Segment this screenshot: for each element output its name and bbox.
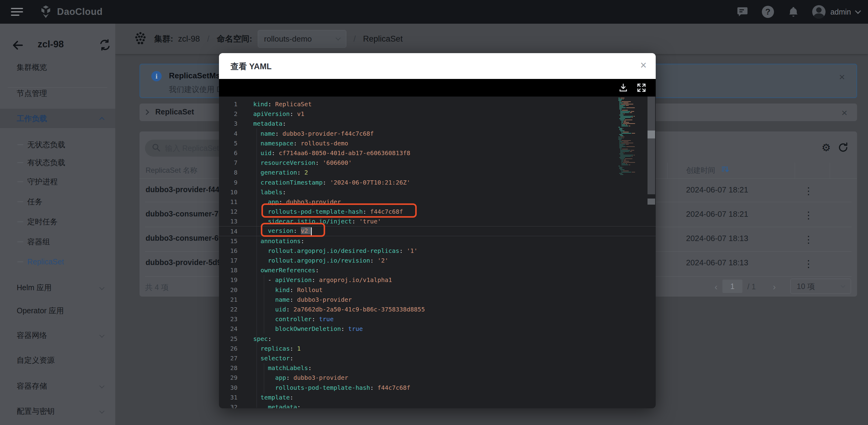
next-page-icon[interactable]: › [773,282,776,291]
yaml-line-28: 28 matchLabels: [219,363,656,373]
yaml-line-26: 26 replicas: 1 [219,344,656,353]
sidebar: zcl-98 集群概览节点管理工作负载无状态负载有状态负载守护进程任务定时任务容… [0,24,115,425]
breadcrumb-page: ReplicaSet [363,34,403,44]
column-header-time[interactable]: 创建时间 [686,165,715,175]
editor-toolbar [219,79,656,96]
chevron-down-icon [335,35,341,41]
sidebar-item-容器组[interactable]: 容器组 [0,232,115,251]
yaml-line-18: 18 ownerReferences: [219,265,656,275]
sidebar-item-节点管理[interactable]: 节点管理 [0,84,115,103]
sidebar-item-label: 无状态负载 [27,140,65,150]
yaml-line-15: 15 annotations: [219,236,656,246]
yaml-line-31: 31 template: [219,393,656,402]
namespace-value: rollouts-demo [264,34,336,44]
breadcrumb-separator: / [207,34,210,44]
sidebar-item-label: 配置与密钥 [17,406,55,416]
namespace-select[interactable]: rollouts-demo [258,30,346,48]
breadcrumb-cluster-value[interactable]: zcl-98 [178,34,200,44]
sidebar-item-集群概览[interactable]: 集群概览 [0,57,115,77]
highlight-box-version [261,223,325,237]
page-size-value: 10 项 [797,281,841,291]
yaml-line-1: 1kind: ReplicaSet [219,99,656,109]
yaml-line-4: 4 name: dubbo3-provider-f44c7c68f [219,129,656,138]
yaml-line-8: 8 generation: 2 [219,168,656,177]
top-bar: DaoCloud ? admin [0,0,868,24]
sidebar-item-自定义资源[interactable]: 自定义资源 [0,350,115,370]
modal-close-icon[interactable]: × [640,60,647,71]
yaml-line-6: 6 uid: cf714aa6-8050-401d-ab17-e60636081… [219,148,656,158]
sidebar-item-ReplicaSet[interactable]: ReplicaSet [0,252,115,272]
yaml-line-10: 10 labels: [219,187,656,197]
sidebar-item-守护进程[interactable]: 守护进程 [0,172,115,191]
yaml-editor[interactable]: 1kind: ReplicaSet2apiVersion: v13metadat… [219,96,656,408]
page-input[interactable]: 1 [722,280,742,293]
sort-descending-icon[interactable] [721,165,730,175]
row-actions-icon[interactable]: ⋮ [804,258,813,270]
back-icon[interactable] [11,39,24,53]
chevron-down-icon [855,8,861,14]
yaml-line-19: 19 - apiVersion: argoproj.io/v1alpha1 [219,275,656,285]
sidebar-item-任务[interactable]: 任务 [0,192,115,211]
prev-page-icon[interactable]: ‹ [715,282,718,291]
help-icon[interactable]: ? [761,5,775,19]
sidebar-item-容器存储[interactable]: 容器存储 [0,376,115,396]
table-row-time: 2024-06-07 18:13 [686,234,748,243]
minimap-slider[interactable] [648,96,655,194]
total-count: 共 4 项 [145,282,168,292]
screen: DaoCloud ? admin zcl-98 [0,0,868,425]
minimap[interactable] [618,96,656,408]
yaml-line-25: 25spec: [219,334,656,344]
yaml-line-24: 24 blockOwnerDeletion: true [219,324,656,334]
user-menu[interactable]: admin [812,5,860,19]
highlight-box-template-hash [261,203,417,218]
sidebar-item-Operator 应用[interactable]: Operator 应用 [0,301,115,320]
sidebar-item-无状态负载[interactable]: 无状态负载 [0,135,115,154]
switch-cluster-icon[interactable] [99,39,111,52]
panel-title: ReplicaSet [155,108,194,116]
yaml-line-32: 32 metadata: [219,402,656,408]
cluster-icon [133,31,148,47]
scrollbar-thumb[interactable] [648,131,655,138]
yaml-line-7: 7 resourceVersion: '606600' [219,158,656,168]
yaml-line-9: 9 creationTimestamp: '2024-06-07T10:21:2… [219,177,656,187]
yaml-line-30: 30 rollouts-pod-template-hash: f44c7c68f [219,382,656,392]
table-row-name[interactable]: dubbo3-provider-5d96b [146,258,230,267]
yaml-line-21: 21 name: dubbo3-provider [219,295,656,305]
yaml-line-5: 5 namespace: rollouts-demo [219,138,656,148]
alert-close-icon[interactable]: × [839,72,845,82]
sidebar-item-容器网络[interactable]: 容器网络 [0,325,115,345]
modal-title: 查看 YAML [230,61,272,72]
username: admin [830,7,851,17]
sidebar-item-label: ReplicaSet [27,257,64,266]
gear-icon[interactable]: ⚙ [820,141,832,153]
breadcrumb-namespace-label: 命名空间: [217,33,252,44]
row-actions-icon[interactable]: ⋮ [804,185,813,197]
row-actions-icon[interactable]: ⋮ [804,234,813,245]
yaml-line-22: 22 uid: 2a7662db-2a50-41c9-b86c-3758338d… [219,305,656,314]
sidebar-item-Helm 应用[interactable]: Helm 应用 [0,278,115,297]
sidebar-item-定时任务[interactable]: 定时任务 [0,212,115,231]
fullscreen-icon[interactable] [636,83,647,93]
chat-icon[interactable] [736,5,749,19]
menu-icon[interactable] [11,8,24,17]
yaml-line-2: 2apiVersion: v1 [219,109,656,119]
page-size-select[interactable]: 10 项 [790,279,851,294]
yaml-modal: 查看 YAML × 1kind: ReplicaSet2apiVersion: … [219,53,656,408]
brand[interactable]: DaoCloud [39,5,102,19]
download-icon[interactable] [618,83,628,93]
chevron-down-icon [99,384,105,389]
sidebar-item-工作负载[interactable]: 工作负载 [0,109,115,128]
bell-icon[interactable] [787,5,800,19]
yaml-line-23: 23 controller: true [219,314,656,324]
sidebar-item-配置与密钥[interactable]: 配置与密钥 [0,401,115,421]
refresh-icon[interactable] [837,141,849,153]
column-header-name[interactable]: ReplicaSet 名称 [146,165,197,175]
table-row-time: 2024-06-07 18:21 [686,185,748,195]
sidebar-item-有状态负载[interactable]: 有状态负载 [0,153,115,172]
info-icon: i [151,71,162,81]
row-actions-icon[interactable]: ⋮ [804,209,813,221]
panel-close-icon[interactable]: × [841,108,847,118]
sidebar-item-label: 守护进程 [27,177,58,187]
minimap-code [618,98,648,175]
breadcrumb-separator: / [353,34,356,44]
